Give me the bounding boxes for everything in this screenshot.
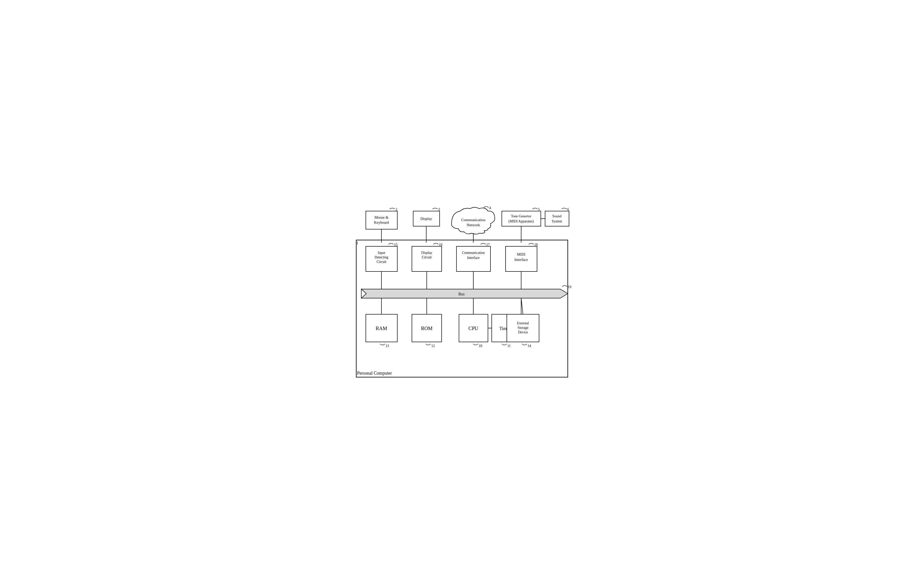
ref4-label: 4	[489, 206, 491, 210]
cpu-label: CPU	[468, 326, 478, 331]
ref3-arc	[432, 208, 438, 209]
ram-label: RAM	[376, 326, 387, 331]
ref18-label: 18	[534, 243, 538, 247]
display-circuit-label1: Display	[421, 251, 432, 255]
display-circuit-label2: Circuit	[422, 256, 432, 259]
diagram-page: Mouse & Keyboard 2 Display 3 Communicati…	[351, 203, 572, 385]
ext-storage-label2: Storage	[517, 326, 529, 329]
ref6-label: 6	[567, 208, 569, 211]
input-detecting-label3: Circuit	[377, 260, 386, 264]
ref11-label: 11	[507, 344, 511, 348]
ref17-label: 17	[486, 243, 490, 247]
ref12-label: 12	[431, 344, 435, 348]
rom-label: ROM	[421, 326, 432, 331]
midi-interface-label1: MIDI	[517, 252, 526, 256]
ref13-label: 13	[386, 344, 389, 348]
ref5-arc	[532, 208, 537, 209]
display-label: Display	[420, 217, 432, 221]
input-detecting-label1: Input	[378, 251, 385, 255]
comm-interface-label2: Interface	[467, 256, 480, 260]
input-detecting-label2: Detecting	[374, 256, 388, 259]
pc-box-label: Personal Computer	[357, 371, 392, 376]
sound-system-label2: System	[552, 219, 562, 223]
ref3-label: 3	[438, 208, 440, 211]
mouse-keyboard-box	[366, 211, 397, 229]
bus-label: Bus	[458, 292, 465, 296]
ref1-label: 1	[356, 241, 358, 245]
ref2-arc	[390, 208, 395, 209]
ref6-arc	[562, 208, 567, 209]
ref10-label: 10	[479, 344, 482, 348]
comm-network-label1: Communication	[461, 218, 486, 222]
midi-interface-label2: Interface	[514, 258, 528, 262]
tone-gen-box	[502, 211, 541, 226]
mouse-keyboard-label2: Keyboard	[374, 220, 389, 224]
ref19-label: 19	[568, 285, 571, 289]
comm-network-label2: Network	[467, 223, 480, 227]
ref5-label: 5	[538, 208, 540, 211]
ref4-arc	[484, 206, 489, 208]
mouse-keyboard-label: Mouse &	[374, 215, 389, 219]
comm-interface-label1: Communication	[462, 251, 484, 255]
tone-gen-label1: Tone Genertor	[511, 215, 531, 218]
ext-storage-label3: Device	[518, 330, 528, 334]
ref16-label: 16	[439, 243, 442, 247]
ref14-label: 14	[527, 344, 531, 348]
ref2-label: 2	[396, 208, 397, 211]
sound-system-label1: Sound	[552, 215, 562, 218]
ref15-label: 15	[394, 243, 397, 247]
tone-gen-label2: (MIDI Apparatus)	[508, 219, 534, 223]
sound-system-box	[545, 211, 569, 226]
ext-storage-label1: External	[517, 321, 529, 325]
